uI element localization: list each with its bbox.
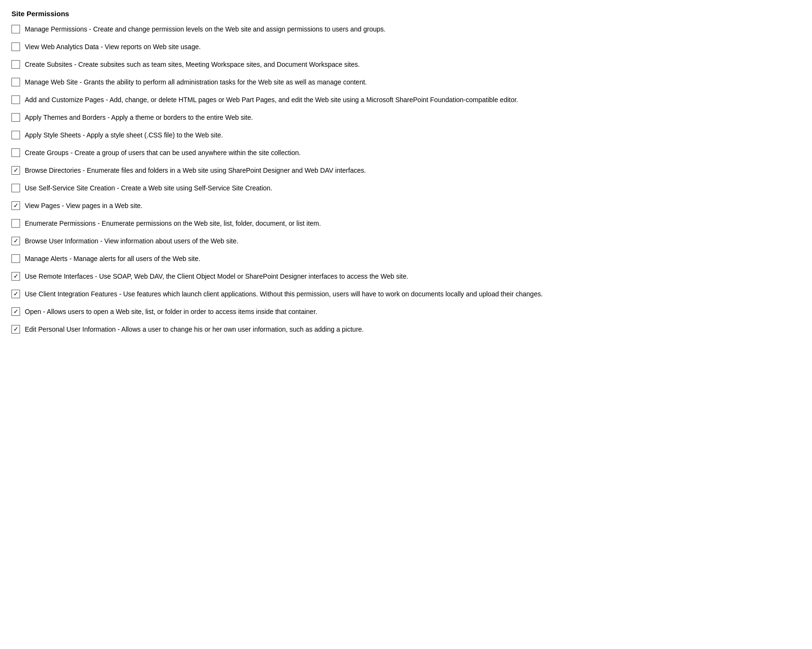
permission-desc-use-self-service: Create a Web site using Self-Service Sit… xyxy=(121,184,272,192)
permission-item-use-client-integration: ✓Use Client Integration Features - Use f… xyxy=(11,289,801,299)
permission-name-manage-alerts: Manage Alerts - xyxy=(25,255,73,262)
permission-name-use-client-integration: Use Client Integration Features - xyxy=(25,290,123,298)
checkbox-use-client-integration[interactable]: ✓ xyxy=(11,290,20,298)
checkbox-create-groups[interactable] xyxy=(11,148,20,157)
permission-name-apply-themes-borders: Apply Themes and Borders - xyxy=(25,114,111,121)
permission-desc-apply-themes-borders: Apply a theme or borders to the entire W… xyxy=(111,114,253,121)
permission-desc-edit-personal-user-info: Allows a user to change his or her own u… xyxy=(121,325,364,333)
permission-desc-browse-directories: Enumerate files and folders in a Web sit… xyxy=(87,167,366,174)
permission-name-view-pages: View Pages - xyxy=(25,202,66,209)
permission-desc-manage-permissions: Create and change permission levels on t… xyxy=(93,25,385,33)
checkbox-use-remote-interfaces[interactable]: ✓ xyxy=(11,272,20,281)
permission-name-add-customize-pages: Add and Customize Pages - xyxy=(25,96,109,104)
permission-name-create-groups: Create Groups - xyxy=(25,149,74,157)
permission-name-manage-web-site: Manage Web Site - xyxy=(25,78,83,86)
permission-desc-manage-alerts: Manage alerts for all users of the Web s… xyxy=(73,255,200,262)
permission-item-apply-style-sheets: Apply Style Sheets - Apply a style sheet… xyxy=(11,130,801,140)
permission-desc-add-customize-pages: Add, change, or delete HTML pages or Web… xyxy=(109,96,518,104)
permission-name-manage-permissions: Manage Permissions - xyxy=(25,25,93,33)
permission-item-add-customize-pages: Add and Customize Pages - Add, change, o… xyxy=(11,95,801,105)
permission-name-enumerate-permissions: Enumerate Permissions - xyxy=(25,220,102,227)
permission-desc-browse-user-information: View information about users of the Web … xyxy=(104,237,239,245)
permission-item-open: ✓Open - Allows users to open a Web site,… xyxy=(11,307,801,317)
checkbox-browse-directories[interactable]: ✓ xyxy=(11,166,20,175)
permission-desc-create-groups: Create a group of users that can be used… xyxy=(74,149,301,157)
checkbox-add-customize-pages[interactable] xyxy=(11,95,20,104)
checkbox-view-pages[interactable]: ✓ xyxy=(11,201,20,210)
permission-name-create-subsites: Create Subsites - xyxy=(25,61,78,68)
permission-desc-enumerate-permissions: Enumerate permissions on the Web site, l… xyxy=(102,220,321,227)
checkbox-create-subsites[interactable] xyxy=(11,60,20,69)
permission-name-use-remote-interfaces: Use Remote Interfaces - xyxy=(25,272,99,280)
permission-item-use-self-service: Use Self-Service Site Creation - Create … xyxy=(11,183,801,193)
permission-name-view-web-analytics: View Web Analytics Data - xyxy=(25,43,105,51)
permission-desc-use-remote-interfaces: Use SOAP, Web DAV, the Client Object Mod… xyxy=(99,272,408,280)
checkbox-apply-style-sheets[interactable] xyxy=(11,131,20,139)
permission-item-use-remote-interfaces: ✓Use Remote Interfaces - Use SOAP, Web D… xyxy=(11,272,801,282)
permission-name-open: Open - xyxy=(25,308,47,315)
permission-desc-view-web-analytics: View reports on Web site usage. xyxy=(105,43,201,51)
permission-item-create-subsites: Create Subsites - Create subsites such a… xyxy=(11,60,801,70)
permission-desc-manage-web-site: Grants the ability to perform all admini… xyxy=(83,78,366,86)
permission-item-view-web-analytics: View Web Analytics Data - View reports o… xyxy=(11,42,801,52)
permission-desc-view-pages: View pages in a Web site. xyxy=(66,202,143,209)
permission-desc-apply-style-sheets: Apply a style sheet (.CSS file) to the W… xyxy=(86,131,223,139)
section-title: Site Permissions xyxy=(11,10,801,18)
permission-item-enumerate-permissions: Enumerate Permissions - Enumerate permis… xyxy=(11,219,801,229)
checkbox-manage-alerts[interactable] xyxy=(11,254,20,263)
permission-item-apply-themes-borders: Apply Themes and Borders - Apply a theme… xyxy=(11,113,801,123)
checkbox-open[interactable]: ✓ xyxy=(11,307,20,316)
checkbox-apply-themes-borders[interactable] xyxy=(11,113,20,122)
permission-item-manage-permissions: Manage Permissions - Create and change p… xyxy=(11,24,801,34)
permission-name-browse-directories: Browse Directories - xyxy=(25,167,87,174)
permission-item-manage-web-site: Manage Web Site - Grants the ability to … xyxy=(11,77,801,87)
checkbox-edit-personal-user-info[interactable]: ✓ xyxy=(11,325,20,334)
permission-desc-use-client-integration: Use features which launch client applica… xyxy=(123,290,542,298)
permission-item-manage-alerts: Manage Alerts - Manage alerts for all us… xyxy=(11,254,801,264)
permission-item-browse-user-information: ✓Browse User Information - View informat… xyxy=(11,236,801,246)
permission-desc-open: Allows users to open a Web site, list, o… xyxy=(47,308,317,315)
checkbox-view-web-analytics[interactable] xyxy=(11,42,20,51)
checkbox-manage-permissions[interactable] xyxy=(11,25,20,33)
permission-item-edit-personal-user-info: ✓Edit Personal User Information - Allows… xyxy=(11,324,801,335)
permission-name-apply-style-sheets: Apply Style Sheets - xyxy=(25,131,86,139)
checkbox-browse-user-information[interactable]: ✓ xyxy=(11,237,20,245)
checkbox-enumerate-permissions[interactable] xyxy=(11,219,20,228)
permission-desc-create-subsites: Create subsites such as team sites, Meet… xyxy=(78,61,360,68)
permission-name-use-self-service: Use Self-Service Site Creation - xyxy=(25,184,121,192)
permission-name-edit-personal-user-info: Edit Personal User Information - xyxy=(25,325,121,333)
permission-item-view-pages: ✓View Pages - View pages in a Web site. xyxy=(11,201,801,211)
checkbox-manage-web-site[interactable] xyxy=(11,78,20,86)
permission-item-create-groups: Create Groups - Create a group of users … xyxy=(11,148,801,158)
permission-item-browse-directories: ✓Browse Directories - Enumerate files an… xyxy=(11,166,801,176)
permission-name-browse-user-information: Browse User Information - xyxy=(25,237,104,245)
checkbox-use-self-service[interactable] xyxy=(11,184,20,192)
